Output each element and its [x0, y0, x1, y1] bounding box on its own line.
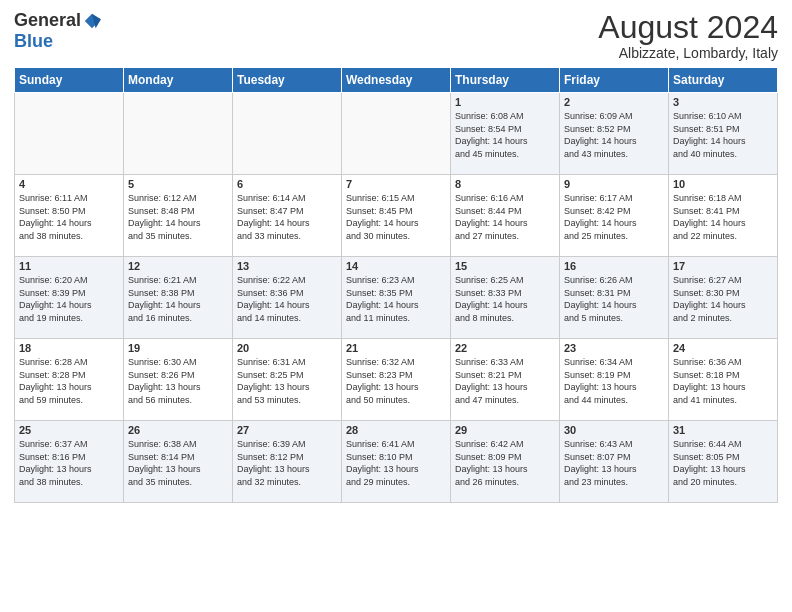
- day-header-monday: Monday: [124, 68, 233, 93]
- day-number: 15: [455, 260, 555, 272]
- day-info: Sunrise: 6:28 AM Sunset: 8:28 PM Dayligh…: [19, 357, 92, 405]
- day-number: 1: [455, 96, 555, 108]
- calendar-cell: 10Sunrise: 6:18 AM Sunset: 8:41 PM Dayli…: [669, 175, 778, 257]
- day-info: Sunrise: 6:22 AM Sunset: 8:36 PM Dayligh…: [237, 275, 310, 323]
- day-info: Sunrise: 6:09 AM Sunset: 8:52 PM Dayligh…: [564, 111, 637, 159]
- day-number: 23: [564, 342, 664, 354]
- calendar-cell: 20Sunrise: 6:31 AM Sunset: 8:25 PM Dayli…: [233, 339, 342, 421]
- day-info: Sunrise: 6:42 AM Sunset: 8:09 PM Dayligh…: [455, 439, 528, 487]
- calendar-cell: 25Sunrise: 6:37 AM Sunset: 8:16 PM Dayli…: [15, 421, 124, 503]
- day-info: Sunrise: 6:08 AM Sunset: 8:54 PM Dayligh…: [455, 111, 528, 159]
- day-info: Sunrise: 6:43 AM Sunset: 8:07 PM Dayligh…: [564, 439, 637, 487]
- day-info: Sunrise: 6:32 AM Sunset: 8:23 PM Dayligh…: [346, 357, 419, 405]
- calendar-header-row: SundayMondayTuesdayWednesdayThursdayFrid…: [15, 68, 778, 93]
- header: General Blue August 2024 Albizzate, Lomb…: [14, 10, 778, 61]
- day-info: Sunrise: 6:41 AM Sunset: 8:10 PM Dayligh…: [346, 439, 419, 487]
- day-header-thursday: Thursday: [451, 68, 560, 93]
- day-info: Sunrise: 6:21 AM Sunset: 8:38 PM Dayligh…: [128, 275, 201, 323]
- day-number: 16: [564, 260, 664, 272]
- week-row-0: 1Sunrise: 6:08 AM Sunset: 8:54 PM Daylig…: [15, 93, 778, 175]
- calendar-cell: 31Sunrise: 6:44 AM Sunset: 8:05 PM Dayli…: [669, 421, 778, 503]
- calendar-cell: 17Sunrise: 6:27 AM Sunset: 8:30 PM Dayli…: [669, 257, 778, 339]
- logo-general-text: General: [14, 10, 81, 31]
- calendar-cell: [233, 93, 342, 175]
- calendar-cell: 9Sunrise: 6:17 AM Sunset: 8:42 PM Daylig…: [560, 175, 669, 257]
- calendar-cell: 16Sunrise: 6:26 AM Sunset: 8:31 PM Dayli…: [560, 257, 669, 339]
- day-info: Sunrise: 6:14 AM Sunset: 8:47 PM Dayligh…: [237, 193, 310, 241]
- calendar-cell: 21Sunrise: 6:32 AM Sunset: 8:23 PM Dayli…: [342, 339, 451, 421]
- day-number: 3: [673, 96, 773, 108]
- calendar: SundayMondayTuesdayWednesdayThursdayFrid…: [14, 67, 778, 503]
- day-header-saturday: Saturday: [669, 68, 778, 93]
- day-number: 18: [19, 342, 119, 354]
- day-number: 22: [455, 342, 555, 354]
- calendar-cell: 11Sunrise: 6:20 AM Sunset: 8:39 PM Dayli…: [15, 257, 124, 339]
- day-number: 21: [346, 342, 446, 354]
- day-number: 6: [237, 178, 337, 190]
- day-info: Sunrise: 6:39 AM Sunset: 8:12 PM Dayligh…: [237, 439, 310, 487]
- week-row-1: 4Sunrise: 6:11 AM Sunset: 8:50 PM Daylig…: [15, 175, 778, 257]
- day-header-tuesday: Tuesday: [233, 68, 342, 93]
- day-info: Sunrise: 6:23 AM Sunset: 8:35 PM Dayligh…: [346, 275, 419, 323]
- calendar-cell: [342, 93, 451, 175]
- day-info: Sunrise: 6:11 AM Sunset: 8:50 PM Dayligh…: [19, 193, 92, 241]
- day-number: 8: [455, 178, 555, 190]
- calendar-cell: 24Sunrise: 6:36 AM Sunset: 8:18 PM Dayli…: [669, 339, 778, 421]
- day-number: 20: [237, 342, 337, 354]
- day-info: Sunrise: 6:34 AM Sunset: 8:19 PM Dayligh…: [564, 357, 637, 405]
- day-info: Sunrise: 6:16 AM Sunset: 8:44 PM Dayligh…: [455, 193, 528, 241]
- day-info: Sunrise: 6:12 AM Sunset: 8:48 PM Dayligh…: [128, 193, 201, 241]
- calendar-cell: 18Sunrise: 6:28 AM Sunset: 8:28 PM Dayli…: [15, 339, 124, 421]
- day-header-friday: Friday: [560, 68, 669, 93]
- day-info: Sunrise: 6:18 AM Sunset: 8:41 PM Dayligh…: [673, 193, 746, 241]
- day-info: Sunrise: 6:25 AM Sunset: 8:33 PM Dayligh…: [455, 275, 528, 323]
- day-info: Sunrise: 6:38 AM Sunset: 8:14 PM Dayligh…: [128, 439, 201, 487]
- day-info: Sunrise: 6:27 AM Sunset: 8:30 PM Dayligh…: [673, 275, 746, 323]
- calendar-cell: 30Sunrise: 6:43 AM Sunset: 8:07 PM Dayli…: [560, 421, 669, 503]
- day-number: 10: [673, 178, 773, 190]
- day-number: 25: [19, 424, 119, 436]
- calendar-cell: 8Sunrise: 6:16 AM Sunset: 8:44 PM Daylig…: [451, 175, 560, 257]
- logo-blue-text: Blue: [14, 31, 53, 52]
- calendar-cell: 14Sunrise: 6:23 AM Sunset: 8:35 PM Dayli…: [342, 257, 451, 339]
- calendar-cell: 7Sunrise: 6:15 AM Sunset: 8:45 PM Daylig…: [342, 175, 451, 257]
- day-number: 28: [346, 424, 446, 436]
- day-number: 14: [346, 260, 446, 272]
- main-title: August 2024: [598, 10, 778, 45]
- calendar-cell: 3Sunrise: 6:10 AM Sunset: 8:51 PM Daylig…: [669, 93, 778, 175]
- day-info: Sunrise: 6:31 AM Sunset: 8:25 PM Dayligh…: [237, 357, 310, 405]
- title-section: August 2024 Albizzate, Lombardy, Italy: [598, 10, 778, 61]
- day-number: 12: [128, 260, 228, 272]
- calendar-cell: 13Sunrise: 6:22 AM Sunset: 8:36 PM Dayli…: [233, 257, 342, 339]
- day-number: 30: [564, 424, 664, 436]
- day-number: 27: [237, 424, 337, 436]
- week-row-2: 11Sunrise: 6:20 AM Sunset: 8:39 PM Dayli…: [15, 257, 778, 339]
- calendar-cell: 22Sunrise: 6:33 AM Sunset: 8:21 PM Dayli…: [451, 339, 560, 421]
- calendar-cell: 12Sunrise: 6:21 AM Sunset: 8:38 PM Dayli…: [124, 257, 233, 339]
- week-row-3: 18Sunrise: 6:28 AM Sunset: 8:28 PM Dayli…: [15, 339, 778, 421]
- day-number: 9: [564, 178, 664, 190]
- day-number: 2: [564, 96, 664, 108]
- day-info: Sunrise: 6:30 AM Sunset: 8:26 PM Dayligh…: [128, 357, 201, 405]
- day-info: Sunrise: 6:36 AM Sunset: 8:18 PM Dayligh…: [673, 357, 746, 405]
- day-header-sunday: Sunday: [15, 68, 124, 93]
- day-number: 17: [673, 260, 773, 272]
- calendar-cell: 6Sunrise: 6:14 AM Sunset: 8:47 PM Daylig…: [233, 175, 342, 257]
- day-number: 4: [19, 178, 119, 190]
- day-number: 31: [673, 424, 773, 436]
- calendar-cell: 27Sunrise: 6:39 AM Sunset: 8:12 PM Dayli…: [233, 421, 342, 503]
- day-header-wednesday: Wednesday: [342, 68, 451, 93]
- calendar-cell: 5Sunrise: 6:12 AM Sunset: 8:48 PM Daylig…: [124, 175, 233, 257]
- day-number: 13: [237, 260, 337, 272]
- day-info: Sunrise: 6:20 AM Sunset: 8:39 PM Dayligh…: [19, 275, 92, 323]
- calendar-cell: 15Sunrise: 6:25 AM Sunset: 8:33 PM Dayli…: [451, 257, 560, 339]
- day-number: 5: [128, 178, 228, 190]
- calendar-cell: 29Sunrise: 6:42 AM Sunset: 8:09 PM Dayli…: [451, 421, 560, 503]
- day-info: Sunrise: 6:33 AM Sunset: 8:21 PM Dayligh…: [455, 357, 528, 405]
- page: General Blue August 2024 Albizzate, Lomb…: [0, 0, 792, 612]
- calendar-cell: 26Sunrise: 6:38 AM Sunset: 8:14 PM Dayli…: [124, 421, 233, 503]
- calendar-cell: 28Sunrise: 6:41 AM Sunset: 8:10 PM Dayli…: [342, 421, 451, 503]
- day-number: 26: [128, 424, 228, 436]
- day-info: Sunrise: 6:26 AM Sunset: 8:31 PM Dayligh…: [564, 275, 637, 323]
- calendar-cell: [124, 93, 233, 175]
